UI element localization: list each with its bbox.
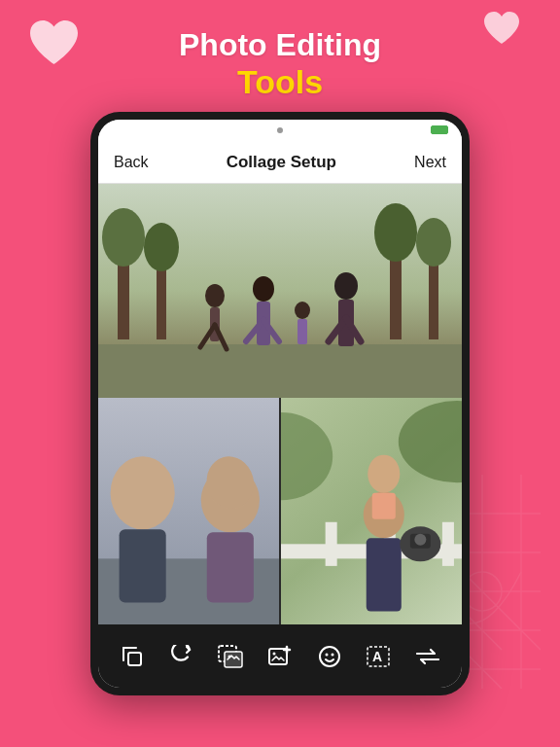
device-frame: Back Collage Setup Next: [90, 112, 470, 695]
swap-icon[interactable]: [410, 639, 445, 674]
svg-rect-24: [98, 344, 462, 398]
svg-rect-57: [372, 493, 396, 519]
svg-point-66: [272, 652, 275, 655]
next-button[interactable]: Next: [414, 154, 446, 171]
svg-point-23: [416, 218, 451, 267]
device-screen: Back Collage Setup Next: [98, 120, 462, 688]
svg-rect-53: [442, 522, 454, 566]
toolbar: A: [98, 624, 462, 688]
back-button[interactable]: Back: [114, 154, 149, 171]
svg-point-56: [368, 455, 400, 493]
title-line1: Photo Editing: [0, 27, 560, 63]
svg-point-33: [295, 302, 310, 319]
photo-bottom-left[interactable]: [98, 398, 281, 624]
replace-photo-icon[interactable]: [213, 639, 248, 674]
svg-point-64: [228, 655, 231, 658]
top-photo-svg: [98, 184, 462, 398]
title-area: Photo Editing Tools: [0, 0, 560, 101]
status-bar: [98, 120, 462, 141]
svg-point-35: [334, 272, 358, 300]
svg-point-69: [320, 647, 339, 666]
photo-bottom-right[interactable]: [281, 398, 462, 624]
add-photo-icon[interactable]: [262, 639, 298, 674]
svg-point-25: [205, 284, 225, 307]
bottom-right-photo-svg: [281, 398, 462, 624]
collage-area: [98, 184, 462, 624]
bottom-left-photo-svg: [98, 398, 279, 624]
copy-icon[interactable]: [115, 639, 150, 674]
svg-point-70: [325, 653, 328, 656]
svg-point-19: [144, 223, 179, 271]
emoji-icon[interactable]: [312, 639, 347, 674]
svg-rect-65: [269, 649, 287, 664]
photo-bottom-row: [98, 398, 462, 624]
svg-rect-34: [298, 319, 307, 344]
svg-point-21: [374, 203, 417, 262]
nav-title: Collage Setup: [227, 153, 336, 172]
svg-rect-55: [367, 538, 402, 611]
svg-rect-51: [326, 522, 337, 566]
battery-indicator: [431, 125, 448, 134]
svg-rect-61: [128, 653, 141, 665]
rotate-icon[interactable]: [164, 639, 199, 674]
nav-bar: Back Collage Setup Next: [98, 141, 462, 184]
svg-point-17: [102, 208, 145, 267]
svg-point-60: [414, 534, 426, 546]
status-dot: [277, 127, 283, 133]
text-icon[interactable]: A: [361, 639, 396, 674]
svg-rect-44: [207, 532, 254, 602]
svg-point-29: [253, 276, 274, 302]
photo-top[interactable]: [98, 184, 462, 398]
title-line2: Tools: [0, 63, 560, 101]
svg-text:A: A: [372, 649, 382, 664]
svg-point-41: [111, 456, 175, 529]
svg-rect-42: [120, 529, 166, 602]
photo-top-scene: [98, 184, 462, 398]
svg-point-71: [331, 653, 333, 656]
